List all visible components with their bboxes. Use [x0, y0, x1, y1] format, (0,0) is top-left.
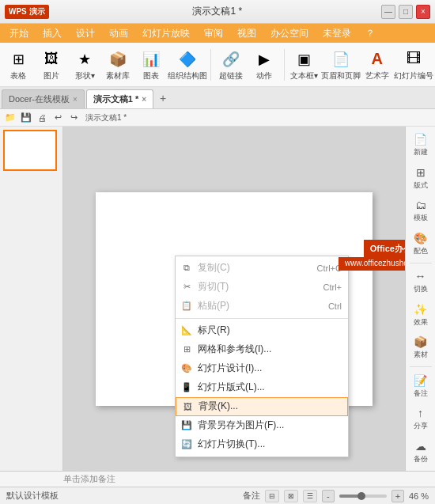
tab-add-button[interactable]: + — [155, 90, 171, 106]
rs-layout-label: 版式 — [414, 180, 428, 191]
ctx-cut[interactable]: ✂ 剪切(T) Ctrl+ — [176, 278, 348, 297]
menu-office[interactable]: 办公空间 — [264, 25, 315, 42]
rs-backup-label: 备份 — [414, 454, 428, 464]
ctx-paste[interactable]: 📋 粘贴(P) Ctrl — [176, 297, 348, 316]
rs-color[interactable]: 🎨 配色 — [407, 229, 434, 260]
ctx-copy[interactable]: ⧉ 复制(C) Ctrl+C — [176, 259, 348, 278]
toolbar-textbox[interactable]: ▣ 文本框▾ — [289, 47, 320, 83]
tab-presentation[interactable]: 演示文稿1 * × — [86, 89, 153, 108]
toolbar-link[interactable]: 🔗 超链接 — [216, 47, 246, 83]
rs-notes[interactable]: 📝 备注 — [407, 370, 434, 402]
tab-docer[interactable]: Docer-在线模板 × — [2, 89, 85, 108]
rs-template-icon: 🗂 — [415, 199, 426, 211]
zoom-slider[interactable] — [339, 495, 387, 498]
ctx-slide-design[interactable]: 🎨 幻灯片设计(I)... — [176, 359, 348, 378]
ctx-ruler[interactable]: 📐 标尺(R) — [176, 321, 348, 340]
image-label: 图片 — [44, 70, 59, 81]
toolbar-slideno[interactable]: 🎞 幻灯片编号 — [395, 47, 432, 83]
toolbar-table[interactable]: ⊞ 表格 — [3, 47, 33, 83]
menu-start[interactable]: 开始 — [3, 25, 35, 42]
rs-new-label: 新建 — [414, 147, 428, 157]
toolbar-org[interactable]: 🔷 组织结构图 — [169, 47, 206, 83]
slideno-label: 幻灯片编号 — [394, 70, 433, 81]
toolbar-chart[interactable]: 📊 图表 — [136, 47, 166, 83]
slide-canvas: ⧉ 复制(C) Ctrl+C ✂ 剪切(T) Ctrl+ 📋 粘贴(P) Ctr… — [96, 192, 373, 406]
header-icon: 📄 — [330, 48, 352, 70]
status-bar: 默认设计模板 备注 ⊟ ⊠ ☰ - + 46 % — [0, 487, 435, 504]
menu-insert[interactable]: 插入 — [36, 25, 68, 42]
zoom-thumb — [357, 492, 365, 500]
toolbar-material[interactable]: 📦 素材库 — [103, 47, 133, 83]
toolbar-wordart[interactable]: A 艺术字 — [362, 47, 392, 83]
menu-help[interactable]: ？ — [359, 25, 381, 42]
link-label: 超链接 — [219, 70, 243, 81]
rs-material[interactable]: 📦 素材 — [407, 332, 434, 364]
menu-animation[interactable]: 动画 — [103, 25, 134, 42]
rs-template[interactable]: 🗂 模板 — [407, 195, 434, 227]
ctx-slide-switch[interactable]: 🔄 幻灯片切换(T)... — [176, 435, 348, 454]
mini-folder-icon[interactable]: 📁 — [3, 111, 17, 125]
rs-new[interactable]: 📄 新建 — [407, 130, 434, 161]
tab-docer-close[interactable]: × — [73, 95, 78, 104]
rs-notes-icon: 📝 — [414, 374, 427, 387]
rs-switch[interactable]: ↔ 切换 — [407, 267, 434, 298]
toolbar-sep2 — [284, 49, 285, 81]
menu-design[interactable]: 设计 — [70, 25, 101, 42]
slide-area[interactable]: ⧉ 复制(C) Ctrl+C ✂ 剪切(T) Ctrl+ 📋 粘贴(P) Ctr… — [63, 127, 405, 471]
rs-backup[interactable]: ☁ 备份 — [407, 436, 434, 468]
rs-share[interactable]: ↑ 分享 — [407, 404, 434, 435]
image-icon: 🖼 — [40, 48, 62, 70]
toolbar-image[interactable]: 🖼 图片 — [36, 47, 66, 83]
rs-share-icon: ↑ — [418, 407, 423, 419]
minimize-button[interactable]: — — [381, 5, 395, 19]
maximize-button[interactable]: □ — [399, 5, 413, 19]
mini-print-icon[interactable]: 🖨 — [35, 111, 49, 125]
mini-undo-icon[interactable]: ↩ — [51, 111, 65, 125]
notes-label: 备注 — [243, 490, 260, 502]
mini-redo-icon[interactable]: ↪ — [66, 111, 81, 125]
toolbar-action[interactable]: ▶ 动作 — [249, 47, 279, 83]
ctx-save-bg-label: 背景另存为图片(F)... — [198, 419, 284, 432]
right-sidebar: 📄 新建 ⊞ 版式 🗂 模板 🎨 配色 ↔ 切换 ✨ 效果 📦 素材 — [405, 127, 435, 471]
table-icon: ⊞ — [7, 48, 29, 70]
ctx-slide-layout[interactable]: 📱 幻灯片版式(L)... — [176, 378, 348, 397]
ctx-background-label: 背景(K)... — [199, 400, 238, 413]
zoom-in-button[interactable]: + — [392, 490, 404, 502]
view-normal-button[interactable]: ⊟ — [265, 490, 279, 502]
ctx-grid[interactable]: ⊞ 网格和参考线(I)... — [176, 340, 348, 359]
ctx-cut-shortcut: Ctrl+ — [323, 282, 342, 292]
rs-effect-label: 效果 — [414, 317, 428, 328]
notes-placeholder: 单击添加备注 — [63, 473, 115, 485]
toolbar-header[interactable]: 📄 页眉和页脚 — [323, 47, 359, 83]
menu-account[interactable]: 未登录 — [316, 25, 357, 42]
rs-effect[interactable]: ✨ 效果 — [407, 299, 434, 331]
toolbar-shape[interactable]: ★ 形状▾ — [70, 47, 100, 83]
close-button[interactable]: × — [416, 5, 430, 19]
ctx-paste-label: 粘贴(P) — [198, 299, 229, 313]
menu-review[interactable]: 审阅 — [198, 25, 229, 42]
chart-icon: 📊 — [140, 48, 162, 70]
zoom-out-button[interactable]: - — [322, 490, 335, 502]
watermark-title: Office办公助手 — [364, 240, 405, 258]
ctx-background[interactable]: 🖼 背景(K)... — [176, 397, 348, 416]
tab-presentation-close[interactable]: × — [142, 95, 146, 104]
mini-save-icon[interactable]: 💾 — [19, 111, 33, 125]
menu-slideshow[interactable]: 幻灯片放映 — [136, 25, 196, 42]
rs-color-label: 配色 — [414, 246, 428, 256]
window-controls: — □ × — [381, 5, 430, 19]
menu-view[interactable]: 视图 — [231, 25, 263, 42]
rs-layout[interactable]: ⊞ 版式 — [407, 163, 434, 195]
rs-layout-icon: ⊞ — [416, 166, 426, 179]
material-label: 素材库 — [106, 70, 130, 81]
material-icon: 📦 — [107, 48, 129, 70]
rs-color-icon: 🎨 — [414, 232, 427, 244]
wordart-label: 艺术字 — [365, 70, 389, 81]
view-slide-button[interactable]: ⊠ — [284, 490, 298, 502]
slide-thumbnail[interactable] — [3, 130, 57, 171]
ctx-save-bg[interactable]: 💾 背景另存为图片(F)... — [176, 416, 348, 435]
org-label: 组织结构图 — [168, 70, 207, 81]
slide-thumb-container: 1 — [3, 130, 59, 171]
rs-backup-icon: ☁ — [415, 440, 426, 453]
view-outline-button[interactable]: ☰ — [303, 490, 317, 502]
ctx-slide-switch-label: 幻灯片切换(T)... — [198, 438, 265, 451]
